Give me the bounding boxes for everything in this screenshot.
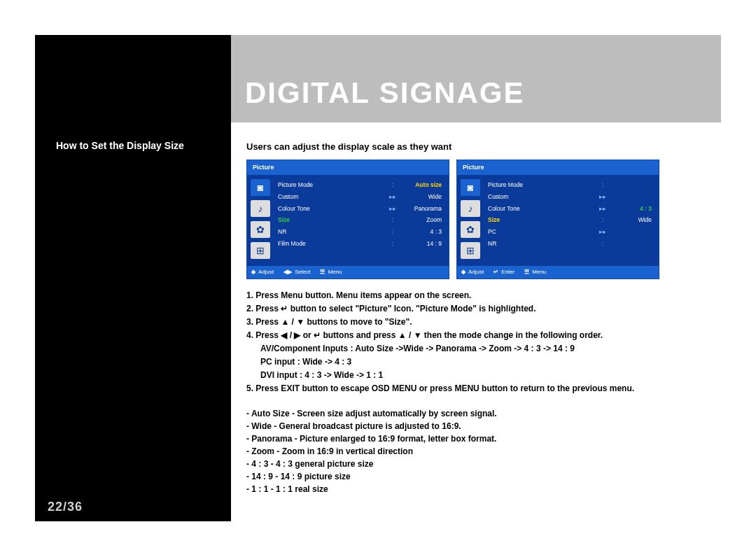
osd-panel-right: Picture ◙ ♪ ✿ ⊞ Picture Mode:Custom▸▸Col… <box>456 160 659 280</box>
leftright-icon: ◀ / ▶ <box>281 329 300 341</box>
note-zoom: - Zoom - Zoom in 16:9 in vertical direct… <box>246 445 706 458</box>
enter-icon: ↵ <box>314 329 321 341</box>
sound-icon: ♪ <box>461 200 480 217</box>
page-number: 22/36 <box>48 500 83 514</box>
grid-icon: ⊞ <box>251 242 270 259</box>
settings-icon: ✿ <box>461 221 480 238</box>
updown-icon: ▲ / ▼ <box>281 316 304 328</box>
note-auto-size: - Auto Size - Screen size adjust automat… <box>246 407 706 420</box>
note-panorama: - Panorama - Picture enlarged to 16:9 fo… <box>246 432 706 445</box>
step-2: 2. Press ↵ button to select "Picture" Ic… <box>246 302 706 315</box>
step-3: 3. Press ▲ / ▼ buttons to move to "Size"… <box>246 316 706 328</box>
step-4-sub-2: PC input : Wide -> 4 : 3 <box>246 355 706 368</box>
picture-icon: ◙ <box>251 179 270 196</box>
osd-left-rows: Picture Mode:Auto sizeCustom▸▸WideColour… <box>274 175 449 266</box>
title-bar: DIGITAL SIGNAGE <box>231 35 721 122</box>
instruction-steps: 1. Press Menu button. Menu items appear … <box>246 289 706 395</box>
osd-right-footer: ◆Adjust↵Enter☰Menu <box>457 266 659 278</box>
grid-icon: ⊞ <box>461 242 480 259</box>
note-wide: - Wide - General broadcast picture is ad… <box>246 420 706 432</box>
description-notes: - Auto Size - Screen size adjust automat… <box>246 407 706 495</box>
note-14-9: - 14 : 9 - 14 : 9 picture size <box>246 470 706 483</box>
osd-left-footer: ◆Adjust◀▶Select☰Menu <box>247 266 449 278</box>
osd-right-title: Picture <box>457 160 659 176</box>
sidebar-black: How to Set the Display Size 22/36 <box>35 35 231 521</box>
step-4-sub-3: DVI input : 4 : 3 -> Wide -> 1 : 1 <box>246 369 706 381</box>
settings-icon: ✿ <box>251 221 270 238</box>
main-content: Users can adjust the display scale as th… <box>231 122 721 513</box>
sidebar-heading: How to Set the Display Size <box>56 140 184 151</box>
step-4: 4. Press ◀ / ▶ or ↵ buttons and press ▲ … <box>246 329 706 341</box>
step-1: 1. Press Menu button. Menu items appear … <box>246 289 706 302</box>
note-1-1: - 1 : 1 - 1 : 1 real size <box>246 483 706 495</box>
osd-panel-left: Picture ◙ ♪ ✿ ⊞ Picture Mode:Auto sizeCu… <box>246 160 449 280</box>
page-title: DIGITAL SIGNAGE <box>245 76 524 110</box>
picture-icon: ◙ <box>461 179 480 196</box>
osd-left-title: Picture <box>247 160 449 176</box>
osd-right-icon-column: ◙ ♪ ✿ ⊞ <box>457 175 484 266</box>
step-4-sub-1: AV/Component Inputs : Auto Size ->Wide -… <box>246 342 706 355</box>
osd-left-icon-column: ◙ ♪ ✿ ⊞ <box>247 175 274 266</box>
intro-text: Users can adjust the display scale as th… <box>246 140 706 154</box>
updown-icon: ▲ / ▼ <box>398 329 422 341</box>
sound-icon: ♪ <box>251 200 270 217</box>
enter-icon: ↵ <box>281 302 288 315</box>
note-4-3: - 4 : 3 - 4 : 3 general picture size <box>246 458 706 470</box>
step-5: 5. Press EXIT button to escape OSD MENU … <box>246 382 706 395</box>
osd-right-rows: Picture Mode:Custom▸▸Colour Tone▸▸4 : 3S… <box>484 175 659 266</box>
